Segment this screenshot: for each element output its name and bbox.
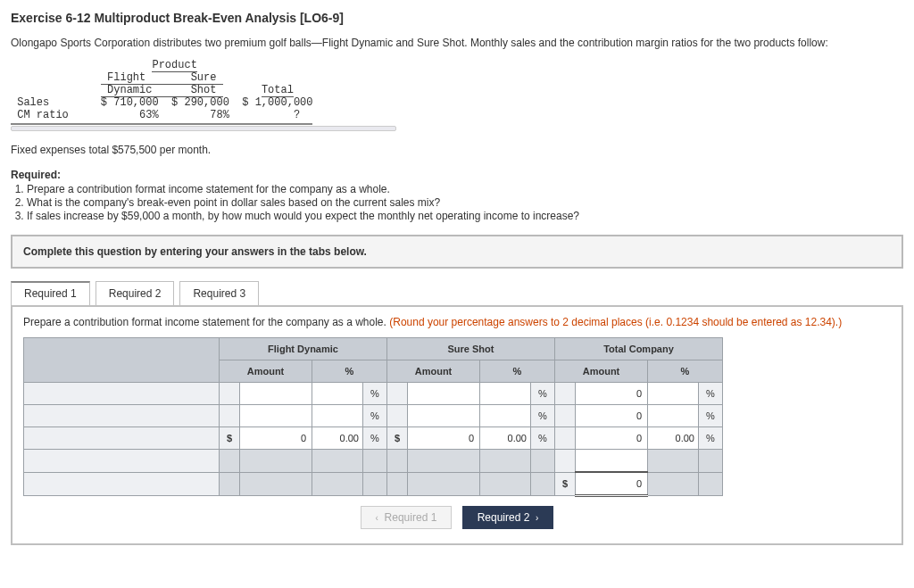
row3-ss-pct: 0.00 [480,427,531,450]
sub-amount-tot: Amount [555,360,648,383]
row3-tot-amt: 0 [576,427,648,450]
row1-fd-amt[interactable] [240,383,312,405]
prev-button: ‹ Required 1 [361,506,453,529]
row3-ss-amt: 0 [408,427,480,450]
row1-fd-pct[interactable] [312,383,363,405]
row2-label-input[interactable] [24,405,220,427]
required-item-1: Prepare a contribution format income sta… [27,183,903,195]
row1-label-input[interactable] [24,383,220,405]
instruction-box: Complete this question by entering your … [11,235,903,269]
intro-text: Olongapo Sports Corporation distributes … [11,36,903,50]
panel-hint: (Round your percentage answers to 2 deci… [389,316,842,328]
tab-required-3[interactable]: Required 3 [179,281,259,305]
row5-tot-amt: 0 [576,472,648,496]
row1-tot-amt: 0 [576,383,648,405]
required-item-2: What is the company's break-even point i… [27,196,903,209]
row1-ss-pct[interactable] [480,383,531,405]
row3-fd-amt: 0 [240,427,312,450]
pct-unit: % [363,383,387,405]
panel-prompt: Prepare a contribution format income sta… [23,316,389,328]
fixed-expenses-line: Fixed expenses total $575,500 per month. [11,144,903,156]
tab-strip: Required 1 Required 2 Required 3 [11,281,903,305]
tab-required-2[interactable]: Required 2 [96,281,175,305]
sub-amount-fd: Amount [220,360,312,383]
col-total-company: Total Company [555,338,723,360]
row2-tot-amt: 0 [576,405,648,427]
row2-fd-pct[interactable] [312,405,363,427]
tab-panel-required-1: Prepare a contribution format income sta… [11,305,903,545]
row3-label-input[interactable] [24,427,220,450]
row3-fd-pct: 0.00 [312,427,363,450]
row2-ss-pct[interactable] [480,405,531,427]
row5-label-input[interactable] [24,472,220,496]
row2-ss-amt[interactable] [408,405,480,427]
sub-pct-tot: % [648,360,723,383]
sub-pct-ss: % [480,360,555,383]
required-heading: Required: [11,169,61,181]
row1-ss-amt[interactable] [408,383,480,405]
sub-pct-fd: % [312,360,387,383]
row4-tot-amt[interactable] [576,450,648,473]
col-flight-dynamic: Flight Dynamic [220,338,387,360]
required-section: Required: Prepare a contribution format … [11,169,903,222]
exercise-title: Exercise 6-12 Multiproduct Break-Even An… [11,11,903,25]
chevron-right-icon: › [536,513,538,523]
panel-nav: ‹ Required 1 Required 2 › [23,506,891,529]
row1-tot-pct[interactable] [648,383,699,405]
row4-label-input[interactable] [24,450,220,473]
next-button[interactable]: Required 2 › [462,506,554,529]
product-table: Product Flight Sure Dynamic Shot Total S… [11,59,312,125]
col-label-blank [24,338,220,383]
tab-required-1[interactable]: Required 1 [11,281,90,305]
row2-tot-pct[interactable] [648,405,699,427]
chevron-left-icon: ‹ [376,513,378,523]
sub-amount-ss: Amount [387,360,480,383]
scrollbar-stub [11,126,396,131]
income-statement-table: Flight Dynamic Sure Shot Total Company A… [23,337,723,497]
col-sure-shot: Sure Shot [387,338,555,360]
required-item-3: If sales increase by $59,000 a month, by… [27,210,903,222]
row2-fd-amt[interactable] [240,405,312,427]
row3-tot-pct: 0.00 [648,427,699,450]
